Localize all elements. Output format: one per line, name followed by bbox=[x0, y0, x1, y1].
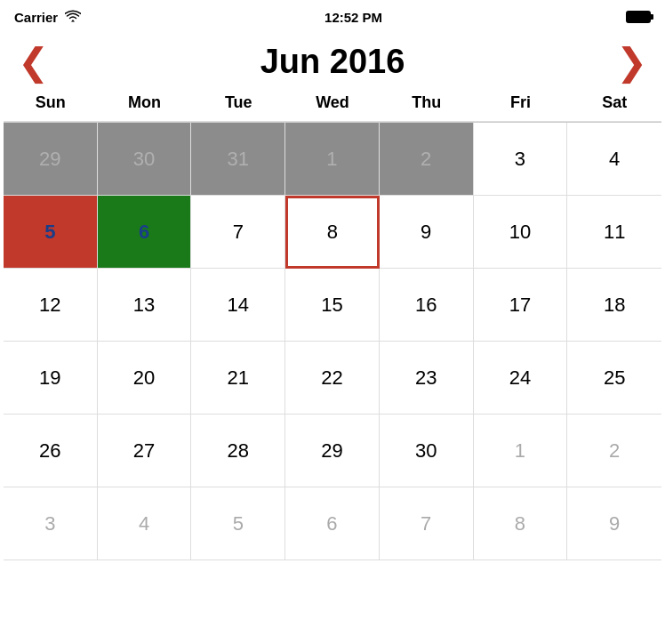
day-cell-w0d1[interactable]: 30 bbox=[98, 123, 192, 196]
day-cell-w1d5[interactable]: 10 bbox=[474, 196, 568, 269]
dow-cell-sun: Sun bbox=[4, 90, 98, 116]
day-cell-w1d4[interactable]: 9 bbox=[380, 196, 474, 269]
day-cell-w0d6[interactable]: 4 bbox=[567, 123, 661, 196]
day-cell-w5d4[interactable]: 7 bbox=[380, 487, 474, 560]
day-cell-w5d2[interactable]: 5 bbox=[191, 487, 285, 560]
day-cell-w0d5[interactable]: 3 bbox=[474, 123, 568, 196]
status-left: Carrier bbox=[14, 10, 81, 25]
dow-cell-sat: Sat bbox=[567, 90, 661, 116]
dow-cell-fri: Fri bbox=[474, 90, 568, 116]
day-cell-w1d2[interactable]: 7 bbox=[191, 196, 285, 269]
day-cell-w4d2[interactable]: 28 bbox=[191, 415, 285, 487]
day-cell-w3d6[interactable]: 25 bbox=[567, 342, 661, 415]
day-cell-w2d5[interactable]: 17 bbox=[474, 269, 568, 342]
day-cell-w5d5[interactable]: 8 bbox=[474, 487, 568, 560]
day-cell-w0d0[interactable]: 29 bbox=[4, 123, 98, 196]
day-cell-w5d6[interactable]: 9 bbox=[567, 487, 661, 560]
carrier-label: Carrier bbox=[14, 10, 58, 25]
dow-cell-tue: Tue bbox=[191, 90, 285, 116]
day-cell-w0d4[interactable]: 2 bbox=[380, 123, 474, 196]
day-cell-w1d6[interactable]: 11 bbox=[567, 196, 661, 269]
day-cell-w3d4[interactable]: 23 bbox=[380, 342, 474, 415]
day-cell-w4d4[interactable]: 30 bbox=[380, 415, 474, 487]
day-cell-w2d1[interactable]: 13 bbox=[98, 269, 192, 342]
day-cell-w2d6[interactable]: 18 bbox=[567, 269, 661, 342]
dow-cell-mon: Mon bbox=[98, 90, 192, 116]
days-of-week-row: SunMonTueWedThuFriSat bbox=[4, 90, 661, 122]
day-cell-w2d3[interactable]: 15 bbox=[285, 269, 380, 342]
day-cell-w3d1[interactable]: 20 bbox=[98, 342, 192, 415]
day-cell-w4d5[interactable]: 1 bbox=[474, 415, 568, 487]
calendar: ❮ Jun 2016 ❯ SunMonTueWedThuFriSat 29303… bbox=[0, 34, 665, 560]
day-cell-w2d4[interactable]: 16 bbox=[380, 269, 474, 342]
day-cell-w1d3[interactable]: 8 bbox=[285, 196, 380, 269]
day-cell-w3d2[interactable]: 21 bbox=[191, 342, 285, 415]
status-time: 12:52 PM bbox=[324, 10, 382, 25]
month-title: Jun 2016 bbox=[260, 43, 405, 81]
dow-cell-wed: Wed bbox=[285, 90, 380, 116]
status-right bbox=[626, 11, 651, 23]
day-cell-w4d6[interactable]: 2 bbox=[567, 415, 661, 487]
calendar-grid: 2930311234567891011121314151617181920212… bbox=[4, 122, 661, 560]
day-cell-w0d2[interactable]: 31 bbox=[191, 123, 285, 196]
day-cell-w4d1[interactable]: 27 bbox=[98, 415, 192, 487]
day-cell-w1d1[interactable]: 6 bbox=[98, 196, 192, 269]
calendar-header: ❮ Jun 2016 ❯ bbox=[0, 34, 665, 90]
day-cell-w4d0[interactable]: 26 bbox=[4, 415, 98, 487]
day-cell-w2d2[interactable]: 14 bbox=[191, 269, 285, 342]
next-month-button[interactable]: ❯ bbox=[616, 44, 647, 81]
day-cell-w5d3[interactable]: 6 bbox=[285, 487, 380, 560]
battery-icon bbox=[626, 11, 651, 23]
day-cell-w5d0[interactable]: 3 bbox=[4, 487, 98, 560]
dow-cell-thu: Thu bbox=[380, 90, 474, 116]
day-cell-w0d3[interactable]: 1 bbox=[285, 123, 380, 196]
day-cell-w3d0[interactable]: 19 bbox=[4, 342, 98, 415]
day-cell-w3d5[interactable]: 24 bbox=[474, 342, 568, 415]
day-cell-w4d3[interactable]: 29 bbox=[285, 415, 380, 487]
day-cell-w5d1[interactable]: 4 bbox=[98, 487, 192, 560]
day-cell-w3d3[interactable]: 22 bbox=[285, 342, 380, 415]
day-cell-w1d0[interactable]: 5 bbox=[4, 196, 98, 269]
prev-month-button[interactable]: ❮ bbox=[18, 44, 49, 81]
status-bar: Carrier 12:52 PM bbox=[0, 0, 665, 34]
wifi-icon bbox=[65, 10, 81, 25]
day-cell-w2d0[interactable]: 12 bbox=[4, 269, 98, 342]
